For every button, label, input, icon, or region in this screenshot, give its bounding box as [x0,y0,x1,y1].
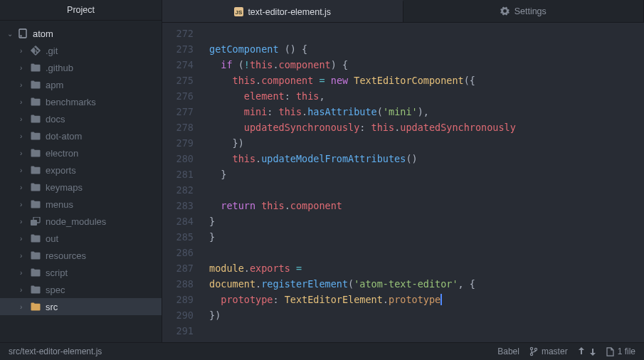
status-bar: src/text-editor-element.js Babel master … [0,342,644,360]
sidebar-item-label: src [46,302,58,312]
folder-icon [30,200,41,208]
folder-icon [30,302,41,311]
chevron-right-icon: › [20,235,27,243]
sidebar-item-label: .git [46,46,58,56]
sidebar-item-resources[interactable]: ›resources [0,247,162,264]
folder-icon [30,63,41,72]
sidebar-item-label: docs [46,114,65,125]
chevron-right-icon: › [20,64,27,72]
sidebar-item-spec[interactable]: ›spec [0,281,162,298]
tab-text-editor-element[interactable]: JS text-editor-element.js [162,0,403,22]
folder-icon [30,251,41,260]
tab-settings[interactable]: Settings [403,0,645,22]
sidebar-item-apm[interactable]: ›apm [0,76,162,93]
chevron-right-icon: › [20,98,27,106]
sidebar-item-label: spec [46,285,65,295]
chevron-right-icon: › [20,201,27,208]
sidebar-item-script[interactable]: ›script [0,264,162,281]
tab-label: text-editor-element.js [248,7,331,17]
folder-icon [30,149,41,157]
chevron-right-icon: › [20,269,27,277]
chevron-right-icon: › [20,115,27,123]
sidebar-item-label: electron [46,148,78,159]
chevron-right-icon: › [20,286,27,294]
sidebar-item-menus[interactable]: ›menus [0,196,162,213]
sidebar-item-docs[interactable]: ›docs [0,110,162,127]
folder-icon [30,285,41,294]
project-panel-heading: Project [0,0,162,21]
file-tree[interactable]: ⌄ atom ›.git›.github›apm›benchmarks›docs… [0,21,162,342]
folder-icon [30,234,41,243]
folder-icon [30,183,41,191]
git-pull-icon[interactable] [589,347,596,356]
folder-icon [30,97,41,106]
sidebar-item-label: menus [46,199,73,210]
chevron-right-icon: › [20,149,27,157]
sidebar-item-label: dot-atom [46,131,82,142]
chevron-right-icon: › [20,132,27,140]
status-file-path[interactable]: src/text-editor-element.js [9,346,102,356]
js-file-icon: JS [233,7,243,17]
sidebar-item-keymaps[interactable]: ›keymaps [0,179,162,196]
git-push-icon[interactable] [578,347,585,356]
folder-icon [30,166,41,174]
sidebar-item-label: node_modules [46,216,106,227]
sidebar-item--git[interactable]: ›.git [0,42,162,59]
chevron-right-icon: › [20,166,27,174]
sidebar-item-electron[interactable]: ›electron [0,144,162,162]
sidebar-item-src[interactable]: ›src [0,298,162,315]
sidebar-item-node-modules[interactable]: ›node_modules [0,213,162,230]
code-content[interactable]: getComponent () { if (!this.component) {… [202,23,644,342]
tab-bar: JS text-editor-element.js Settings [162,0,644,23]
status-grammar[interactable]: Babel [497,346,519,356]
svg-text:JS: JS [235,9,242,16]
repo-icon [17,28,28,38]
folder-icon [30,115,41,123]
sidebar-item-label: .github [46,63,73,73]
sidebar-item-dot-atom[interactable]: ›dot-atom [0,127,162,144]
folder-icon [30,268,41,277]
chevron-down-icon: ⌄ [7,30,14,38]
sidebar-item-label: script [46,268,68,278]
status-branch-name: master [542,346,568,356]
git-icon [30,46,41,55]
submodule-icon [30,217,41,226]
chevron-right-icon: › [20,218,27,226]
svg-point-6 [530,347,532,349]
tree-root-label: atom [33,28,53,39]
svg-rect-1 [21,36,22,37]
chevron-right-icon: › [20,184,27,191]
sidebar-item-exports[interactable]: ›exports [0,162,162,179]
gear-icon [500,6,510,16]
project-sidebar: Project ⌄ atom ›.git›.github›apm›benchma… [0,0,162,342]
svg-point-7 [530,353,532,355]
tab-label: Settings [514,6,547,16]
chevron-right-icon: › [20,47,27,55]
sidebar-item-benchmarks[interactable]: ›benchmarks [0,93,162,110]
sidebar-item-out[interactable]: ›out [0,230,162,247]
chevron-right-icon: › [20,303,27,311]
folder-icon [30,132,41,140]
status-file-count[interactable]: 1 file [606,346,635,356]
sidebar-item--github[interactable]: ›.github [0,59,162,76]
sidebar-item-label: keymaps [46,182,83,193]
sidebar-item-label: apm [46,80,63,90]
chevron-right-icon: › [20,81,27,89]
sidebar-item-label: resources [46,250,86,261]
svg-point-8 [534,348,537,350]
chevron-right-icon: › [20,252,27,260]
file-icon [606,347,614,356]
code-editor[interactable]: 2722732742752762772782792802812822832842… [162,23,644,342]
line-number-gutter: 2722732742752762772782792802812822832842… [162,23,202,342]
sidebar-item-label: exports [46,165,76,176]
folder-icon [30,80,41,89]
sidebar-item-label: out [46,233,58,244]
status-git-branch[interactable]: master [529,346,568,356]
sidebar-item-label: benchmarks [46,97,96,107]
text-cursor [440,294,442,305]
git-branch-icon [529,346,538,356]
tree-root[interactable]: ⌄ atom [0,25,162,42]
